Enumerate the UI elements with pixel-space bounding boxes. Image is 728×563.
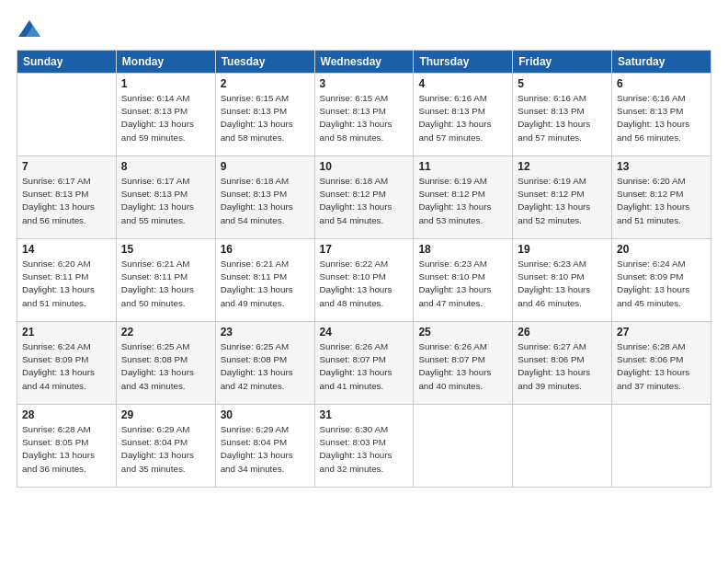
day-number: 4 bbox=[418, 77, 507, 90]
day-number: 18 bbox=[418, 243, 507, 256]
day-number: 26 bbox=[518, 326, 607, 339]
calendar-cell: 14Sunrise: 6:20 AMSunset: 8:11 PMDayligh… bbox=[17, 239, 117, 322]
day-number: 20 bbox=[617, 243, 706, 256]
day-info: Sunrise: 6:20 AMSunset: 8:11 PMDaylight:… bbox=[22, 258, 111, 310]
day-number: 14 bbox=[22, 243, 111, 256]
day-info: Sunrise: 6:24 AMSunset: 8:09 PMDaylight:… bbox=[22, 340, 111, 393]
calendar-cell: 16Sunrise: 6:21 AMSunset: 8:11 PMDayligh… bbox=[215, 239, 314, 322]
day-info: Sunrise: 6:17 AMSunset: 8:13 PMDaylight:… bbox=[22, 175, 111, 227]
day-number: 13 bbox=[617, 160, 706, 173]
calendar-week-row: 14Sunrise: 6:20 AMSunset: 8:11 PMDayligh… bbox=[17, 239, 711, 322]
calendar-cell: 5Sunrise: 6:16 AMSunset: 8:13 PMDaylight… bbox=[513, 74, 612, 156]
day-info: Sunrise: 6:27 AMSunset: 8:06 PMDaylight:… bbox=[518, 340, 607, 393]
logo bbox=[17, 17, 46, 42]
calendar-header-wednesday: Wednesday bbox=[314, 51, 414, 74]
day-info: Sunrise: 6:17 AMSunset: 8:13 PMDaylight:… bbox=[121, 175, 210, 227]
calendar-header-thursday: Thursday bbox=[414, 51, 513, 74]
day-number: 8 bbox=[121, 160, 210, 173]
calendar-cell: 2Sunrise: 6:15 AMSunset: 8:13 PMDaylight… bbox=[215, 74, 314, 156]
day-number: 6 bbox=[617, 77, 706, 90]
calendar-cell: 10Sunrise: 6:18 AMSunset: 8:12 PMDayligh… bbox=[314, 156, 414, 239]
day-info: Sunrise: 6:19 AMSunset: 8:12 PMDaylight:… bbox=[518, 175, 607, 227]
day-info: Sunrise: 6:16 AMSunset: 8:13 PMDaylight:… bbox=[617, 92, 706, 144]
day-number: 2 bbox=[221, 77, 310, 90]
calendar-cell: 25Sunrise: 6:26 AMSunset: 8:07 PMDayligh… bbox=[414, 322, 513, 405]
day-info: Sunrise: 6:28 AMSunset: 8:05 PMDaylight:… bbox=[22, 423, 111, 476]
calendar-cell: 20Sunrise: 6:24 AMSunset: 8:09 PMDayligh… bbox=[612, 239, 711, 322]
logo-icon bbox=[17, 17, 42, 42]
day-number: 9 bbox=[221, 160, 310, 173]
day-number: 5 bbox=[518, 77, 607, 90]
day-info: Sunrise: 6:15 AMSunset: 8:13 PMDaylight:… bbox=[320, 92, 409, 144]
calendar-header-row: SundayMondayTuesdayWednesdayThursdayFrid… bbox=[17, 51, 711, 74]
header bbox=[17, 17, 711, 42]
day-info: Sunrise: 6:22 AMSunset: 8:10 PMDaylight:… bbox=[320, 258, 409, 310]
calendar-cell: 1Sunrise: 6:14 AMSunset: 8:13 PMDaylight… bbox=[116, 74, 215, 156]
calendar-header-friday: Friday bbox=[513, 51, 612, 74]
day-info: Sunrise: 6:16 AMSunset: 8:13 PMDaylight:… bbox=[518, 92, 607, 144]
calendar-cell: 30Sunrise: 6:29 AMSunset: 8:04 PMDayligh… bbox=[215, 405, 314, 488]
day-info: Sunrise: 6:26 AMSunset: 8:07 PMDaylight:… bbox=[418, 340, 507, 393]
day-number: 30 bbox=[221, 408, 310, 421]
day-number: 12 bbox=[518, 160, 607, 173]
day-info: Sunrise: 6:21 AMSunset: 8:11 PMDaylight:… bbox=[221, 258, 310, 310]
calendar-cell: 17Sunrise: 6:22 AMSunset: 8:10 PMDayligh… bbox=[314, 239, 414, 322]
calendar-week-row: 1Sunrise: 6:14 AMSunset: 8:13 PMDaylight… bbox=[17, 74, 711, 156]
calendar-cell bbox=[414, 405, 513, 488]
day-number: 10 bbox=[320, 160, 409, 173]
calendar-cell: 11Sunrise: 6:19 AMSunset: 8:12 PMDayligh… bbox=[414, 156, 513, 239]
day-number: 24 bbox=[320, 326, 409, 339]
day-number: 1 bbox=[121, 77, 210, 90]
calendar-cell: 3Sunrise: 6:15 AMSunset: 8:13 PMDaylight… bbox=[314, 74, 414, 156]
calendar-cell: 22Sunrise: 6:25 AMSunset: 8:08 PMDayligh… bbox=[116, 322, 215, 405]
day-number: 22 bbox=[121, 326, 210, 339]
calendar-cell: 24Sunrise: 6:26 AMSunset: 8:07 PMDayligh… bbox=[314, 322, 414, 405]
day-info: Sunrise: 6:18 AMSunset: 8:13 PMDaylight:… bbox=[221, 175, 310, 227]
day-number: 25 bbox=[418, 326, 507, 339]
calendar-week-row: 28Sunrise: 6:28 AMSunset: 8:05 PMDayligh… bbox=[17, 405, 711, 488]
day-info: Sunrise: 6:28 AMSunset: 8:06 PMDaylight:… bbox=[617, 340, 706, 393]
day-number: 28 bbox=[22, 408, 111, 421]
day-number: 23 bbox=[221, 326, 310, 339]
page: SundayMondayTuesdayWednesdayThursdayFrid… bbox=[0, 0, 728, 563]
calendar-cell: 19Sunrise: 6:23 AMSunset: 8:10 PMDayligh… bbox=[513, 239, 612, 322]
day-number: 31 bbox=[320, 408, 409, 421]
day-info: Sunrise: 6:25 AMSunset: 8:08 PMDaylight:… bbox=[221, 340, 310, 393]
day-info: Sunrise: 6:25 AMSunset: 8:08 PMDaylight:… bbox=[121, 340, 210, 393]
day-info: Sunrise: 6:29 AMSunset: 8:04 PMDaylight:… bbox=[221, 423, 310, 476]
day-number: 27 bbox=[617, 326, 706, 339]
calendar-cell: 18Sunrise: 6:23 AMSunset: 8:10 PMDayligh… bbox=[414, 239, 513, 322]
calendar-cell: 27Sunrise: 6:28 AMSunset: 8:06 PMDayligh… bbox=[612, 322, 711, 405]
calendar-cell: 31Sunrise: 6:30 AMSunset: 8:03 PMDayligh… bbox=[314, 405, 414, 488]
day-number: 15 bbox=[121, 243, 210, 256]
day-number: 7 bbox=[22, 160, 111, 173]
day-info: Sunrise: 6:18 AMSunset: 8:12 PMDaylight:… bbox=[320, 175, 409, 227]
calendar-cell: 23Sunrise: 6:25 AMSunset: 8:08 PMDayligh… bbox=[215, 322, 314, 405]
day-info: Sunrise: 6:20 AMSunset: 8:12 PMDaylight:… bbox=[617, 175, 706, 227]
calendar-table: SundayMondayTuesdayWednesdayThursdayFrid… bbox=[17, 50, 711, 488]
day-info: Sunrise: 6:23 AMSunset: 8:10 PMDaylight:… bbox=[518, 258, 607, 310]
day-number: 11 bbox=[418, 160, 507, 173]
calendar-cell: 12Sunrise: 6:19 AMSunset: 8:12 PMDayligh… bbox=[513, 156, 612, 239]
calendar-header-sunday: Sunday bbox=[17, 51, 117, 74]
day-info: Sunrise: 6:29 AMSunset: 8:04 PMDaylight:… bbox=[121, 423, 210, 476]
day-info: Sunrise: 6:19 AMSunset: 8:12 PMDaylight:… bbox=[418, 175, 507, 227]
calendar-cell: 21Sunrise: 6:24 AMSunset: 8:09 PMDayligh… bbox=[17, 322, 117, 405]
calendar-cell bbox=[513, 405, 612, 488]
day-number: 3 bbox=[320, 77, 409, 90]
calendar-cell: 15Sunrise: 6:21 AMSunset: 8:11 PMDayligh… bbox=[116, 239, 215, 322]
calendar-cell: 13Sunrise: 6:20 AMSunset: 8:12 PMDayligh… bbox=[612, 156, 711, 239]
day-number: 16 bbox=[221, 243, 310, 256]
day-info: Sunrise: 6:26 AMSunset: 8:07 PMDaylight:… bbox=[320, 340, 409, 393]
calendar-cell: 6Sunrise: 6:16 AMSunset: 8:13 PMDaylight… bbox=[612, 74, 711, 156]
calendar-cell: 29Sunrise: 6:29 AMSunset: 8:04 PMDayligh… bbox=[116, 405, 215, 488]
calendar-header-saturday: Saturday bbox=[612, 51, 711, 74]
calendar-cell: 4Sunrise: 6:16 AMSunset: 8:13 PMDaylight… bbox=[414, 74, 513, 156]
calendar-cell: 9Sunrise: 6:18 AMSunset: 8:13 PMDaylight… bbox=[215, 156, 314, 239]
calendar-header-tuesday: Tuesday bbox=[215, 51, 314, 74]
calendar-week-row: 7Sunrise: 6:17 AMSunset: 8:13 PMDaylight… bbox=[17, 156, 711, 239]
calendar-cell: 28Sunrise: 6:28 AMSunset: 8:05 PMDayligh… bbox=[17, 405, 117, 488]
day-info: Sunrise: 6:23 AMSunset: 8:10 PMDaylight:… bbox=[418, 258, 507, 310]
calendar-cell bbox=[612, 405, 711, 488]
calendar-cell: 7Sunrise: 6:17 AMSunset: 8:13 PMDaylight… bbox=[17, 156, 117, 239]
